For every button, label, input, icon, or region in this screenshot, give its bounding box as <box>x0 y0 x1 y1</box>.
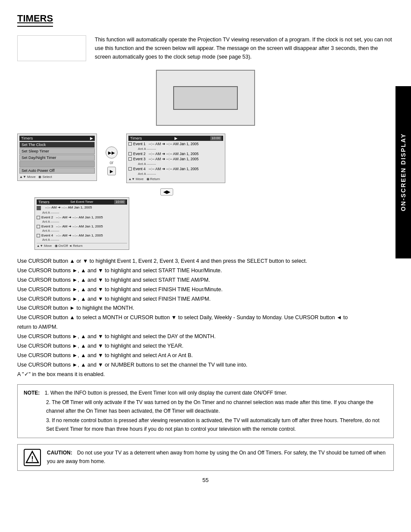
note-item-2: The Off Timer will only activate if the … <box>46 399 374 414</box>
down-arrow-container: ◀▶ <box>17 188 394 196</box>
bottom-title: Timers <box>38 200 50 204</box>
instr-line-0: Use CURSOR button ▲ or ▼ to highlight Ev… <box>17 257 377 266</box>
diagrams-section: Timers ▶ Set The Clock Set Sleep Timer S… <box>17 134 394 183</box>
note-item-3-container: 3. If no remote control button is presse… <box>24 417 387 434</box>
event-row-4: Event 4 --:-- AM ➜ --:-- AM Jan 1, 2005 <box>128 167 223 171</box>
menu-item-clock: Set The Clock <box>19 142 95 148</box>
bottom-event3-info: Event 3 --:-- AM ➜ --:-- AM Jan 1, 2005 <box>41 224 103 228</box>
caution-box: ! CAUTION: Do not use your TV as a deter… <box>17 444 394 471</box>
instr-line-9: Use CURSOR buttons ►, ▲ and ▼ to highlig… <box>17 351 377 361</box>
event-row-4-ant: Ant A -------- <box>128 172 223 176</box>
event1-checkbox <box>128 142 132 146</box>
screen-mockup-container <box>17 70 394 126</box>
arrow-right-small: ▶ <box>107 167 116 175</box>
menu-arrow-box: ▶▶ <box>106 146 118 159</box>
instructions-section: Use CURSOR button ▲ or ▼ to highlight Ev… <box>17 257 394 379</box>
instr-line-10: Use CURSOR buttons ►, ▲ and ▼ or NUMBER … <box>17 361 377 370</box>
menu-item-blank <box>19 161 95 167</box>
left-menu-screen: Timers ▶ Set The Clock Set Sleep Timer S… <box>17 134 97 181</box>
intro-text: This function will automatically operate… <box>95 35 394 61</box>
bottom-footer: ▲▼ Move ◉ On/Off ◄ Return <box>37 243 127 248</box>
menu-arrow: ▶ <box>90 136 93 140</box>
instr-line-5: Use CURSOR button ► to highlight the MON… <box>17 304 377 313</box>
menu-title-bar: Timers ▶ <box>19 136 95 141</box>
bottom-event2-info: Event 2 --:-- AM ➜ --:-- AM Jan 1, 2005 <box>41 215 103 219</box>
page-title: TIMERS <box>17 13 53 27</box>
bottom-event3-ant: Ant A -------- <box>37 229 127 233</box>
bottom-event1-row: --:-- AM ➜ --:-- AM Jan 1, 2005 <box>37 205 127 210</box>
page-container: ON-SCREEN DISPLAY TIMERS This function w… <box>0 0 411 532</box>
intro-section: This function will automatically operate… <box>17 35 394 61</box>
bottom-event3-check <box>37 225 40 228</box>
note-label: NOTE: <box>24 390 40 396</box>
screen-inner <box>173 86 238 110</box>
caution-text: Do not use your TV as a deterrent when a… <box>47 450 386 464</box>
bottom-event2-row: Event 2 --:-- AM ➜ --:-- AM Jan 1, 2005 <box>37 215 127 219</box>
event-row-1-ant: Ant A -------- <box>128 147 223 151</box>
menu-item-autopower: Set Auto Power Off <box>19 168 95 174</box>
event-row-2: Event 2 --:-- AM ➜ --:-- AM Jan 1, 2005 <box>128 152 223 156</box>
event-row-1: Event 1 --:-- AM ➜ --:-- AM Jan 1, 2005 <box>128 142 223 146</box>
instr-line-1: Use CURSOR buttons ►, ▲ and ▼ to highlig… <box>17 266 377 276</box>
bottom-subtitle: Set Event Timer <box>70 200 93 204</box>
instr-line-4: Use CURSOR buttons ►, ▲ and ▼ to highlig… <box>17 295 377 304</box>
menu-arrow-icon: ▶▶ <box>108 150 115 155</box>
note-box: NOTE: 1. When the INFO button is pressed… <box>17 384 394 438</box>
arrow-or-text: or <box>110 160 114 165</box>
instr-line-3: Use CURSOR buttons ►, ▲ and ▼ to highlig… <box>17 285 377 295</box>
event-row-3-ant: Ant A -------- <box>128 162 223 166</box>
bottom-event4-row: Event 4 --:-- AM ➜ --:-- AM Jan 1, 2005 <box>37 233 127 237</box>
event-footer: ▲▼ Move ◉ Return <box>128 177 223 181</box>
arrow-section: ▶▶ or ▶ <box>106 134 118 175</box>
bottom-event4-ant: Ant A -------- <box>37 238 127 242</box>
note-item-2-container: 2. The Off Timer will only activate if t… <box>24 398 387 416</box>
bottom-event3-row: Event 3 --:-- AM ➜ --:-- AM Jan 1, 2005 <box>37 224 127 228</box>
instr-line-7: Use CURSOR buttons ►, ▲ and ▼ to highlig… <box>17 332 377 342</box>
event4-checkbox <box>128 167 132 171</box>
side-label-text: ON-SCREEN DISPLAY <box>400 133 407 211</box>
event4-ant: Ant A -------- <box>133 172 156 176</box>
bottom-title-bar: Timers Set Event Timer 10:00 <box>37 199 127 205</box>
bottom-event-screen: Timers Set Event Timer 10:00 --:-- AM ➜ … <box>34 197 129 250</box>
event1-ant: Ant A -------- <box>133 147 156 151</box>
page-number: 55 <box>17 477 394 483</box>
note-num-3: 3. <box>46 417 52 423</box>
instr-line-2: Use CURSOR buttons ►, ▲ and ▼ to highlig… <box>17 276 377 285</box>
caution-icon: ! <box>24 449 41 466</box>
event3-ant: Ant A -------- <box>133 162 156 166</box>
bottom-event1-info: --:-- AM ➜ --:-- AM Jan 1, 2005 <box>42 205 92 209</box>
bottom-event1-ant: Ant A -------- <box>37 211 127 215</box>
note-item-3: If no remote control button is pressed a… <box>46 417 380 432</box>
event-row-3: Event 3 --:-- AM ➜ --:-- AM Jan 1, 2005 <box>128 157 223 161</box>
note-item-1: 1. When the INFO button is pressed, the … <box>45 390 287 396</box>
event3-info: Event 3 --:-- AM ➜ --:-- AM Jan 1, 2005 <box>133 157 223 161</box>
event-time-badge: 10:00 <box>210 136 221 140</box>
instr-line-8: Use CURSOR buttons ►, ▲ and ▼ to highlig… <box>17 342 377 351</box>
caution-label: CAUTION: <box>47 450 72 456</box>
instr-line-11: A "✓" in the box means it is enabled. <box>17 370 377 380</box>
bottom-event2-check <box>37 216 40 219</box>
caution-triangle-icon: ! <box>25 450 40 465</box>
event2-info: Event 2 --:-- AM ➜ --:-- AM Jan 1, 2005 <box>133 152 223 156</box>
bottom-event1-check <box>37 206 41 210</box>
bottom-event4-check <box>37 234 40 237</box>
intro-box <box>17 35 86 61</box>
menu-item-sleep: Set Sleep Timer <box>19 148 95 154</box>
note-header: NOTE: 1. When the INFO button is pressed… <box>24 389 387 398</box>
event3-checkbox <box>128 157 132 161</box>
note-num-2: 2. <box>46 399 52 405</box>
menu-item-daynight: Set Day/Night Timer <box>19 155 95 161</box>
bottom-time-badge: 10:00 <box>114 200 125 204</box>
bottom-event2-ant: Ant A -------- <box>37 220 127 224</box>
menu-title: Timers <box>21 136 33 140</box>
event-title: Timers <box>130 136 142 140</box>
down-arrow-box: ◀▶ <box>160 188 173 196</box>
event2-checkbox <box>128 152 132 156</box>
screen-mockup <box>156 70 255 126</box>
caution-content: CAUTION: Do not use your TV as a deterre… <box>47 449 387 466</box>
instr-line-6: Use CURSOR button ▲ to select a MONTH or… <box>17 313 377 332</box>
right-event-screen: Timers ▶ 10:00 Event 1 --:-- AM ➜ --:-- … <box>126 134 225 183</box>
bottom-event4-info: Event 4 --:-- AM ➜ --:-- AM Jan 1, 2005 <box>41 233 103 237</box>
svg-text:!: ! <box>31 455 34 463</box>
event-title-bar: Timers ▶ 10:00 <box>128 136 223 141</box>
